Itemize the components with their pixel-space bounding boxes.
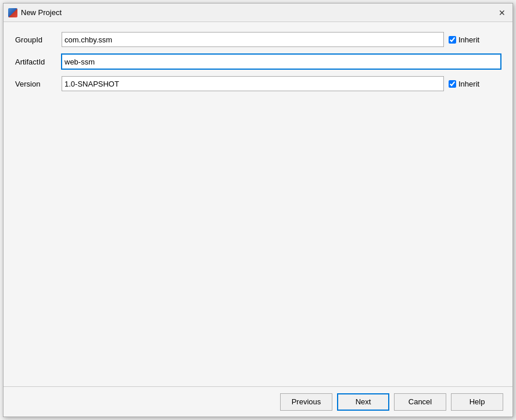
version-label: Version — [15, 80, 62, 88]
version-input[interactable] — [62, 76, 444, 91]
version-input-wrapper: Inherit — [62, 76, 501, 91]
app-icon — [8, 8, 17, 17]
version-inherit-label: Inherit — [449, 80, 501, 88]
previous-button[interactable]: Previous — [280, 393, 332, 411]
title-bar: New Project ✕ — [3, 3, 513, 22]
artifactid-input-wrapper — [62, 54, 501, 69]
cancel-button[interactable]: Cancel — [394, 393, 446, 411]
groupid-inherit-checkbox[interactable] — [449, 36, 456, 44]
artifactid-row: ArtifactId — [15, 53, 501, 70]
groupid-inherit-label: Inherit — [449, 35, 501, 44]
new-project-dialog: New Project ✕ GroupId Inherit ArtifactId — [3, 3, 513, 417]
artifactid-input[interactable] — [62, 54, 501, 69]
artifactid-label: ArtifactId — [15, 58, 62, 66]
dialog-title: New Project — [21, 8, 62, 17]
close-button[interactable]: ✕ — [496, 7, 508, 19]
title-bar-left: New Project — [8, 8, 62, 17]
dialog-content: GroupId Inherit ArtifactId Version — [3, 22, 513, 386]
groupid-label: GroupId — [15, 35, 62, 44]
version-inherit-checkbox[interactable] — [449, 80, 456, 88]
next-button[interactable]: Next — [337, 393, 389, 411]
groupid-input-wrapper: Inherit — [62, 32, 501, 47]
help-button[interactable]: Help — [451, 393, 503, 411]
groupid-row: GroupId Inherit — [15, 31, 501, 48]
version-row: Version Inherit — [15, 76, 501, 92]
groupid-input[interactable] — [62, 32, 444, 47]
dialog-footer: Previous Next Cancel Help — [3, 386, 513, 417]
